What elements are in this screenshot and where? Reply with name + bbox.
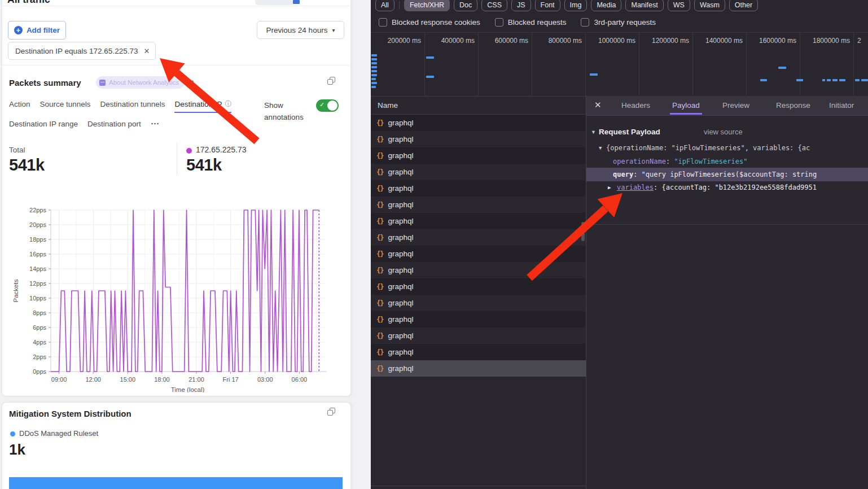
timeline-ruler[interactable]: 200000 ms400000 ms600000 ms800000 ms1000… bbox=[371, 33, 868, 96]
payload-row-operationName[interactable]: operationName: "ipFlowTimeseries" bbox=[586, 155, 868, 168]
expand-card-icon[interactable] bbox=[327, 77, 335, 85]
request-name: graphql bbox=[388, 250, 413, 258]
payload-row-query[interactable]: query: "query ipFlowTimeseries($accountT… bbox=[586, 168, 868, 181]
detail-tab-bar: ✕ HeadersPayloadPreviewResponseInitiator bbox=[586, 96, 868, 116]
scrollbar-thumb[interactable] bbox=[581, 222, 585, 241]
name-column-header[interactable]: Name bbox=[371, 96, 586, 115]
request-row[interactable]: {}graphql bbox=[371, 115, 586, 131]
stat-divider bbox=[177, 142, 177, 175]
chevron-expanded-icon[interactable]: ▼ bbox=[591, 125, 596, 139]
ruler-label: 400000 ms bbox=[428, 37, 475, 45]
filter-pill-ws[interactable]: WS bbox=[668, 0, 690, 11]
request-row[interactable]: {}graphql bbox=[371, 246, 586, 262]
tab-headers[interactable]: Headers bbox=[621, 96, 650, 115]
waterfall-mark bbox=[371, 54, 377, 56]
ruler-label: 1600000 ms bbox=[750, 37, 796, 45]
tab-response[interactable]: Response bbox=[776, 96, 810, 115]
view-source-link[interactable]: view source bbox=[704, 125, 743, 139]
svg-text:4pps: 4pps bbox=[33, 339, 46, 346]
request-row[interactable]: {}graphql bbox=[371, 229, 586, 246]
request-name: graphql bbox=[388, 233, 413, 242]
svg-text:0pps: 0pps bbox=[33, 368, 46, 375]
tab-payload[interactable]: Payload bbox=[672, 96, 700, 115]
expand-card-icon[interactable] bbox=[327, 408, 335, 416]
tabs-overflow-button[interactable]: ⋯ bbox=[151, 119, 160, 129]
checkbox-3rd-party-requests[interactable]: 3rd-party requests bbox=[581, 18, 656, 27]
checkbox-icon[interactable] bbox=[379, 18, 387, 27]
ruler-label: 200000 ms bbox=[375, 37, 421, 45]
payload-row-variables[interactable]: ▶ variables: {accountTag: "b12e3b2192ee5… bbox=[586, 181, 868, 194]
payload-summary-line[interactable]: ▼ {operationName: "ipFlowTimeseries", va… bbox=[586, 141, 868, 155]
request-row[interactable]: {}graphql bbox=[371, 328, 586, 344]
request-row[interactable]: {}graphql bbox=[371, 197, 586, 213]
request-row[interactable]: {}graphql bbox=[371, 295, 586, 311]
filter-pill-font[interactable]: Font bbox=[535, 0, 560, 11]
tab-label: Source tunnels bbox=[40, 100, 91, 108]
svg-text:2pps: 2pps bbox=[33, 353, 46, 360]
request-row[interactable]: {}graphql bbox=[371, 278, 586, 295]
svg-text:06:00: 06:00 bbox=[292, 376, 308, 383]
chevron-expanded-icon[interactable]: ▼ bbox=[599, 141, 602, 155]
json-request-icon: {} bbox=[376, 119, 383, 127]
json-request-icon: {} bbox=[376, 365, 383, 373]
request-name: graphql bbox=[388, 331, 413, 340]
ruler-label: 1200000 ms bbox=[643, 37, 689, 45]
request-row[interactable]: {}graphql bbox=[371, 262, 586, 278]
request-row[interactable]: {}graphql bbox=[371, 164, 586, 180]
request-name: graphql bbox=[388, 119, 413, 127]
json-request-icon: {} bbox=[376, 267, 383, 274]
filter-pill-manifest[interactable]: Manifest bbox=[625, 0, 663, 11]
request-row[interactable]: {}graphql bbox=[371, 311, 586, 328]
request-row[interactable]: {}graphql bbox=[371, 147, 586, 164]
close-icon[interactable]: ✕ bbox=[143, 47, 150, 55]
payload-summary-text: {operationName: "ipFlowTimeseries", vari… bbox=[606, 141, 810, 155]
filter-pill-img[interactable]: Img bbox=[564, 0, 588, 11]
filter-chip[interactable]: Destination IP equals 172.65.225.73 ✕ bbox=[8, 42, 156, 60]
request-name: graphql bbox=[388, 315, 413, 324]
checkbox-blocked-requests[interactable]: Blocked requests bbox=[495, 18, 567, 27]
request-payload-header[interactable]: ▼ Request Payload view source bbox=[586, 125, 868, 139]
svg-text:22pps: 22pps bbox=[29, 207, 46, 213]
tab-destination-port[interactable]: Destination port bbox=[87, 120, 141, 128]
waterfall-mark bbox=[796, 79, 803, 81]
checkbox-blocked-response-cookies[interactable]: Blocked response cookies bbox=[379, 18, 480, 27]
chevron-collapsed-icon[interactable]: ▶ bbox=[608, 181, 611, 194]
tab-destination-ip-range[interactable]: Destination IP range bbox=[9, 120, 78, 128]
filter-pill-other[interactable]: Other bbox=[729, 0, 758, 11]
request-row[interactable]: {}graphql bbox=[371, 213, 586, 229]
request-row[interactable]: {}graphql bbox=[371, 360, 586, 377]
svg-text:10pps: 10pps bbox=[29, 295, 46, 302]
filter-pill-all[interactable]: All bbox=[375, 0, 394, 11]
svg-text:09:00: 09:00 bbox=[51, 376, 67, 383]
request-row[interactable]: {}graphql bbox=[371, 180, 586, 197]
annotations-toggle[interactable]: ✓ bbox=[316, 99, 339, 112]
add-filter-button[interactable]: + Add filter bbox=[8, 21, 66, 40]
tab-source-tunnels[interactable]: Source tunnels bbox=[40, 100, 91, 108]
tab-destination-ip[interactable]: Destination IPⓘ bbox=[174, 99, 231, 109]
request-row[interactable]: {}graphql bbox=[371, 131, 586, 147]
filter-pill-doc[interactable]: Doc bbox=[454, 0, 477, 11]
svg-text:Packets: Packets bbox=[12, 279, 19, 302]
tab-preview[interactable]: Preview bbox=[722, 96, 749, 115]
request-row[interactable]: {}graphql bbox=[371, 344, 586, 360]
checkbox-icon[interactable] bbox=[495, 18, 503, 27]
topbar-divider bbox=[2, 6, 349, 6]
close-icon[interactable]: ✕ bbox=[594, 100, 602, 110]
json-request-icon: {} bbox=[376, 136, 383, 143]
ruler-label: 1000000 ms bbox=[589, 37, 635, 45]
filter-pill-js[interactable]: JS bbox=[511, 0, 531, 11]
mitigation-bar bbox=[9, 477, 343, 489]
about-network-analytics-badge[interactable]: About Network Analytics bbox=[96, 76, 185, 89]
mitigation-legend: DDoS Managed Ruleset bbox=[19, 429, 98, 438]
json-request-icon: {} bbox=[376, 250, 383, 258]
filter-pill-wasm[interactable]: Wasm bbox=[694, 0, 725, 11]
tab-destination-tunnels[interactable]: Destination tunnels bbox=[100, 100, 165, 108]
checkbox-icon[interactable] bbox=[581, 18, 589, 27]
tab-initiator[interactable]: Initiator bbox=[829, 96, 854, 115]
divider bbox=[586, 224, 868, 225]
tab-action[interactable]: Action bbox=[9, 100, 30, 108]
filter-pill-fetch-xhr[interactable]: Fetch/XHR bbox=[404, 0, 450, 11]
filter-pill-css[interactable]: CSS bbox=[481, 0, 507, 11]
time-range-dropdown[interactable]: Previous 24 hours ▾ bbox=[257, 21, 344, 39]
filter-pill-media[interactable]: Media bbox=[591, 0, 621, 11]
